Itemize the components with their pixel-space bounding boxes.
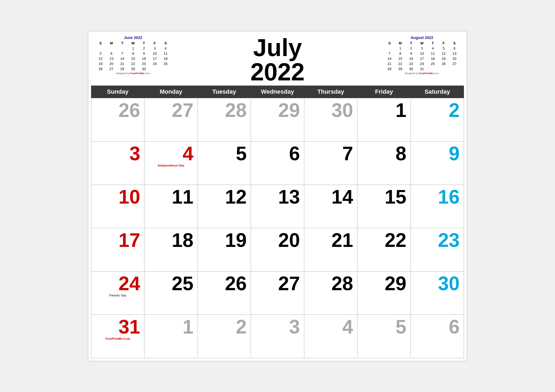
june-mini-calendar: June 2022 SMTWTFS 1234567891011121314151… xyxy=(95,35,171,75)
date-number: 28 xyxy=(307,274,354,293)
calendar-cell-w2d2: 12 xyxy=(198,185,251,228)
date-number: 3 xyxy=(254,317,301,337)
calendar-cell-w5d0: 31FreePrintMe.Com xyxy=(91,315,144,358)
date-number: 18 xyxy=(147,230,195,250)
calendar-cell-w0d1: 27 xyxy=(144,98,198,142)
date-number: 16 xyxy=(414,187,461,207)
calendar-cell-w2d4: 14 xyxy=(304,185,357,228)
june-table: SMTWTFS 12345678910111213141516171819202… xyxy=(95,41,171,71)
calendar-cell-w1d4: 7 xyxy=(304,142,357,185)
day-header-wednesday: Wednesday xyxy=(251,86,304,98)
calendar-cell-w0d3: 29 xyxy=(251,98,304,142)
calendar-cell-w1d5: 8 xyxy=(357,142,411,185)
calendar-cell-w3d5: 22 xyxy=(357,228,411,272)
calendar-cell-w1d3: 6 xyxy=(251,142,304,185)
date-number: 29 xyxy=(360,274,408,293)
calendar-cell-w0d4: 30 xyxy=(304,98,357,142)
date-number: 5 xyxy=(360,317,408,337)
day-header-friday: Friday xyxy=(357,86,411,98)
calendar-cell-w3d0: 17 xyxy=(91,228,144,272)
date-number: 27 xyxy=(254,274,301,293)
august-table: SMTWTFS 12345678910111213141516171819202… xyxy=(384,41,460,71)
calendar-cell-w2d5: 15 xyxy=(357,185,411,228)
date-number: 30 xyxy=(414,274,461,293)
calendar-cell-w5d1: 1 xyxy=(144,315,198,358)
calendar-cell-w1d2: 5 xyxy=(198,142,251,185)
calendar-cell-w0d2: 28 xyxy=(198,98,251,142)
calendar-cell-w2d1: 11 xyxy=(144,185,198,228)
date-number: 5 xyxy=(201,144,248,163)
date-number: 11 xyxy=(147,187,195,207)
date-number: 7 xyxy=(307,144,354,163)
day-header-tuesday: Tuesday xyxy=(198,86,251,98)
date-number: 3 xyxy=(94,144,141,163)
date-number: 6 xyxy=(254,144,301,163)
date-number: 21 xyxy=(307,230,354,250)
calendar-cell-w1d0: 3 xyxy=(91,142,144,185)
calendar-cell-w5d5: 5 xyxy=(357,315,411,358)
calendar-cell-w4d6: 30 xyxy=(411,272,464,315)
date-number: 24 xyxy=(94,274,141,293)
date-number: 20 xyxy=(254,230,301,250)
date-number: 28 xyxy=(201,100,248,120)
date-number: 10 xyxy=(94,187,141,207)
calendar-cell-w5d3: 3 xyxy=(251,315,304,358)
calendar-cell-w2d6: 16 xyxy=(411,185,464,228)
date-number: 26 xyxy=(94,100,141,120)
date-number: 9 xyxy=(414,144,461,163)
year: 2022 xyxy=(171,60,384,84)
calendar-cell-w4d4: 28 xyxy=(304,272,357,315)
calendar-cell-w5d4: 4 xyxy=(304,315,357,358)
calendar-cell-w3d2: 19 xyxy=(198,228,251,272)
date-number: 4 xyxy=(147,144,195,163)
day-header-sunday: Sunday xyxy=(91,86,144,98)
date-number: 23 xyxy=(414,230,461,250)
top-section: June 2022 SMTWTFS 1234567891011121314151… xyxy=(91,34,464,84)
calendar-cell-w3d3: 20 xyxy=(251,228,304,272)
main-title: July 2022 xyxy=(171,35,384,84)
calendar-cell-w1d6: 9 xyxy=(411,142,464,185)
june-title: June 2022 xyxy=(95,35,171,40)
date-number: 2 xyxy=(414,100,461,120)
calendar-container: June 2022 SMTWTFS 1234567891011121314151… xyxy=(88,31,467,361)
date-number: 12 xyxy=(201,187,248,207)
date-number: 8 xyxy=(360,144,408,163)
date-number: 25 xyxy=(147,274,195,293)
day-headers-row: SundayMondayTuesdayWednesdayThursdayFrid… xyxy=(91,86,464,98)
calendar-cell-w2d0: 10 xyxy=(91,185,144,228)
calendar-cell-w0d6: 2 xyxy=(411,98,464,142)
calendar-cell-w4d3: 27 xyxy=(251,272,304,315)
date-number: 29 xyxy=(254,100,301,120)
calendar-cell-w5d2: 2 xyxy=(198,315,251,358)
calendar-cell-w2d3: 13 xyxy=(251,185,304,228)
august-mini-calendar: August 2022 SMTWTFS 12345678910111213141… xyxy=(384,35,460,75)
calendar-cell-w3d4: 21 xyxy=(304,228,357,272)
date-number: 15 xyxy=(360,187,408,207)
date-number: 17 xyxy=(94,230,141,250)
calendar-cell-w3d6: 23 xyxy=(411,228,464,272)
day-header-thursday: Thursday xyxy=(304,86,357,98)
month-name: July xyxy=(171,35,384,60)
calendar-cell-w0d0: 26 xyxy=(91,98,144,142)
calendar-cell-w3d1: 18 xyxy=(144,228,198,272)
day-header-saturday: Saturday xyxy=(411,86,464,98)
calendar-cell-w1d1: 4Independence Day xyxy=(144,142,198,185)
date-number: 27 xyxy=(147,100,195,120)
june-credit: Designed by FreePrintMe.Com xyxy=(95,72,171,75)
calendar-cell-w4d5: 29 xyxy=(357,272,411,315)
date-number: 6 xyxy=(414,317,461,337)
date-number: 26 xyxy=(201,274,248,293)
date-number: 22 xyxy=(360,230,408,250)
calendar-cell-w0d5: 1 xyxy=(357,98,411,142)
date-number: 1 xyxy=(147,317,195,337)
date-number: 30 xyxy=(307,100,354,120)
calendar-cell-w4d0: 24Parents' Day xyxy=(91,272,144,315)
day-header-monday: Monday xyxy=(144,86,198,98)
calendar-grid: 26272829301234Independence Day5678910111… xyxy=(91,98,464,358)
calendar-cell-w4d1: 25 xyxy=(144,272,198,315)
august-credit: Designed by FreePrintMe.Com xyxy=(384,72,460,75)
date-number: 4 xyxy=(307,317,354,337)
date-number: 19 xyxy=(201,230,248,250)
calendar-cell-w4d2: 26 xyxy=(198,272,251,315)
date-number: 2 xyxy=(201,317,248,337)
